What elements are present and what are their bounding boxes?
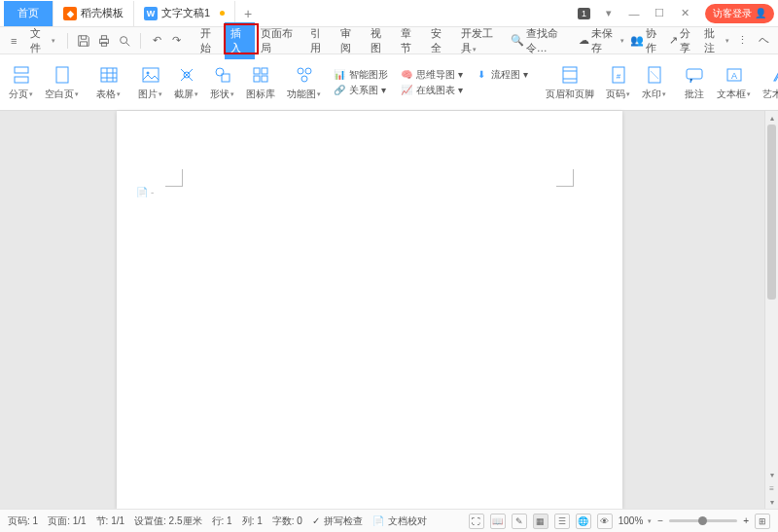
- maximize-button[interactable]: ☐: [649, 5, 670, 22]
- file-menu[interactable]: 文件▾: [26, 26, 60, 55]
- coop-button[interactable]: 👥协作: [630, 26, 663, 55]
- page-break-button[interactable]: 分页▾: [6, 57, 36, 108]
- tab-security[interactable]: 安全: [425, 22, 455, 59]
- tab-references[interactable]: 引用: [304, 22, 335, 59]
- status-chars[interactable]: 字数: 0: [272, 514, 302, 528]
- fitpage-icon[interactable]: ⊞: [755, 514, 770, 529]
- menu-icon[interactable]: ≡: [6, 32, 22, 50]
- more-icon[interactable]: ⋮: [735, 32, 751, 50]
- online-chart-button[interactable]: 📈在线图表▾: [400, 84, 463, 97]
- relation-diagram-button[interactable]: 🔗关系图▾: [333, 84, 388, 97]
- next-page-icon[interactable]: ▾: [765, 495, 778, 509]
- flowchart-button[interactable]: ⬇流程图▾: [475, 68, 528, 82]
- blank-page-button[interactable]: 空白页▾: [42, 57, 82, 108]
- watermark-button[interactable]: 水印▾: [639, 57, 669, 108]
- page-number-button[interactable]: #页码▾: [603, 57, 633, 108]
- notes-button[interactable]: 批注▾: [704, 26, 729, 55]
- preview-icon[interactable]: [116, 32, 132, 50]
- smart-graphics-button[interactable]: 📊智能图形: [333, 68, 388, 82]
- readmode-icon[interactable]: 📖: [490, 514, 506, 529]
- scroll-down-icon[interactable]: ▾: [765, 468, 778, 481]
- print-icon[interactable]: [96, 32, 113, 50]
- search-commands[interactable]: 🔍查找命令…: [511, 26, 573, 55]
- proofing-button[interactable]: 📄文档校对: [372, 514, 427, 528]
- wordart-button[interactable]: A艺术字▾: [760, 57, 778, 108]
- save-icon[interactable]: [76, 32, 92, 50]
- tab-review[interactable]: 审阅: [335, 22, 365, 59]
- share-icon: ↗: [669, 34, 678, 47]
- svg-text:#: #: [616, 72, 620, 81]
- fullscreen-icon[interactable]: ⛶: [469, 514, 484, 529]
- iconlib-button[interactable]: 图标库: [243, 57, 278, 108]
- svg-text:A: A: [730, 71, 736, 81]
- tab-pagelayout[interactable]: 页面布局: [255, 22, 303, 59]
- table-button[interactable]: 表格▾: [93, 57, 124, 108]
- header-footer-button[interactable]: 页眉和页脚: [543, 57, 597, 108]
- tab-insert[interactable]: 插入: [225, 22, 255, 59]
- status-col[interactable]: 列: 1: [242, 514, 263, 528]
- smartart-icon: [294, 64, 315, 86]
- template-icon: ◆: [63, 7, 77, 20]
- status-pos[interactable]: 设置值: 2.5厘米: [134, 514, 201, 528]
- svg-point-9: [146, 71, 149, 74]
- share-button[interactable]: ↗分享: [669, 26, 698, 55]
- status-pageno[interactable]: 页码: 1: [8, 514, 38, 528]
- zoom-slider[interactable]: [669, 519, 737, 522]
- status-section[interactable]: 节: 1/1: [96, 514, 124, 528]
- svg-rect-20: [563, 67, 577, 83]
- svg-rect-6: [56, 67, 68, 83]
- tab-view[interactable]: 视图: [365, 22, 395, 59]
- status-row[interactable]: 行: 1: [212, 514, 232, 528]
- tab-section[interactable]: 章节: [395, 22, 425, 59]
- zoom-out-button[interactable]: −: [657, 515, 663, 526]
- tab-devtools[interactable]: 开发工具▾: [455, 22, 509, 59]
- dropdown-button[interactable]: ▾: [598, 5, 619, 22]
- edit-icon[interactable]: ✎: [512, 514, 527, 529]
- tab-templates[interactable]: ◆ 稻壳模板: [53, 1, 134, 26]
- picture-button[interactable]: 图片▾: [135, 57, 165, 108]
- new-tab-button[interactable]: +: [235, 6, 261, 21]
- login-button[interactable]: 访客登录 👤: [705, 4, 774, 23]
- scroll-track[interactable]: [765, 124, 778, 468]
- printlayout-icon[interactable]: ▦: [533, 514, 548, 529]
- collapse-icon[interactable]: ヘ: [757, 32, 772, 50]
- cloud-icon: ☁: [579, 34, 589, 47]
- diagram-group-2: 🧠思维导图▾ 📈在线图表▾: [397, 57, 466, 108]
- shapes-button[interactable]: 形状▾: [207, 57, 237, 108]
- tab-start[interactable]: 开始: [194, 22, 225, 59]
- weblayout-icon[interactable]: 🌐: [576, 514, 591, 529]
- zoom-in-button[interactable]: +: [743, 515, 749, 526]
- people-icon: 👥: [630, 34, 644, 47]
- comment-button[interactable]: 批注: [681, 57, 708, 108]
- tab-home[interactable]: 首页: [4, 1, 53, 26]
- undo-icon[interactable]: ↶: [149, 32, 165, 50]
- zoom-knob[interactable]: [698, 516, 707, 525]
- login-label: 访客登录: [713, 7, 752, 20]
- chevron-down-icon: ▾: [52, 37, 55, 45]
- ribbon-insert: 分页▾ 空白页▾ 表格▾ 图片▾ 截屏▾ 形状▾ 图标库 功能图▾ 📊智能图形 …: [0, 54, 778, 111]
- unsaved-status[interactable]: ☁未保存▾: [579, 26, 625, 55]
- redo-icon[interactable]: ↷: [168, 32, 185, 50]
- textbox-button[interactable]: A文本框▾: [714, 57, 754, 108]
- ribbon-tabs: 开始 插入 页面布局 引用 审阅 视图 章节 安全 开发工具▾: [194, 22, 509, 59]
- outline-icon[interactable]: ☰: [554, 514, 570, 529]
- eyecare-icon[interactable]: 👁: [597, 514, 613, 529]
- status-pages[interactable]: 页面: 1/1: [48, 514, 86, 528]
- smartart-button[interactable]: 功能图▾: [284, 57, 324, 108]
- spellcheck-button[interactable]: ✓拼写检查: [312, 514, 363, 528]
- scroll-thumb[interactable]: [767, 124, 776, 300]
- pagenum-icon: #: [608, 64, 629, 86]
- page-canvas[interactable]: 📄-: [117, 111, 622, 509]
- zoom-level[interactable]: 100%▾: [619, 515, 653, 526]
- vertical-scrollbar[interactable]: ▴ ▾ ≡ ▾: [764, 111, 778, 509]
- close-button[interactable]: ✕: [674, 5, 695, 22]
- window-controls: 1 ▾ — ☐ ✕ 访客登录 👤: [578, 4, 774, 23]
- minimize-button[interactable]: —: [623, 5, 645, 22]
- scroll-up-icon[interactable]: ▴: [765, 111, 778, 124]
- notification-badge[interactable]: 1: [578, 8, 590, 19]
- prev-page-icon[interactable]: ≡: [765, 481, 778, 495]
- iconlib-icon: [250, 64, 271, 86]
- watermark-icon: [644, 64, 665, 86]
- screenshot-button[interactable]: 截屏▾: [171, 57, 201, 108]
- mindmap-button[interactable]: 🧠思维导图▾: [400, 68, 463, 82]
